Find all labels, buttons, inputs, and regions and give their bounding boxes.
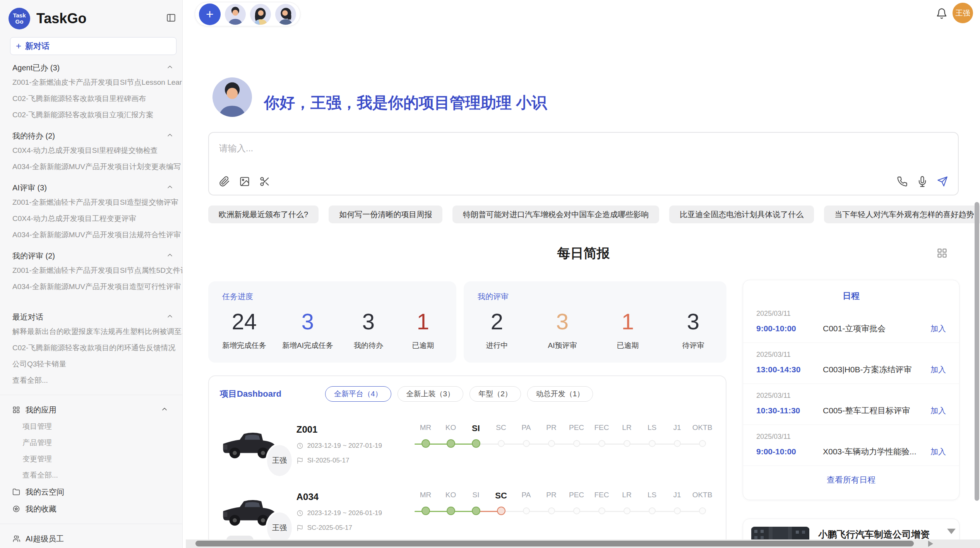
sidebar-item-my-apps[interactable]: 我的应用 [0, 401, 182, 418]
milestone-label: J1 [665, 491, 690, 501]
join-button[interactable]: 加入 [930, 447, 946, 457]
user-avatar[interactable]: 王强 [953, 3, 973, 23]
user-name: 王强 [956, 8, 970, 18]
section-header-my-todo[interactable]: 我的待办 (2) [12, 129, 174, 142]
sidebar-item-project-mgmt[interactable]: 项目管理 [0, 418, 182, 435]
sidebar-item[interactable]: Z001-全新燃油轻卡产品开发项目SI节点属性5D文件评审 [0, 262, 182, 279]
join-button[interactable]: 加入 [930, 324, 946, 334]
view-all-chats[interactable]: 查看全部... [0, 372, 182, 389]
chevron-up-icon[interactable] [166, 312, 174, 322]
sidebar-item[interactable]: Z001-全新燃油轻卡产品开发项目SI造型提交物评审 [0, 194, 182, 211]
star-circle-icon [12, 505, 20, 513]
chat-input[interactable] [219, 140, 838, 157]
assistant-avatar [212, 77, 252, 117]
project-row-z001[interactable]: 王强 Z001 2023-12-19 ~ 2027-01-19 SI-2025-… [220, 423, 715, 474]
schedule-item[interactable]: 2025/03/11 13:00-14:30 C003|H0B-方案冻结评审 加… [743, 343, 959, 384]
stat-pending-review: 3 待评审 [674, 307, 713, 351]
stat-value: 1 [404, 307, 442, 336]
milestone-dot-pending [674, 440, 681, 447]
tab-new-platform[interactable]: 全新平台（4） [325, 386, 391, 402]
microphone-icon[interactable] [917, 176, 928, 188]
scissors-icon[interactable] [259, 176, 270, 188]
horizontal-scrollbar-track[interactable] [186, 539, 980, 548]
sidebar-item[interactable]: C0X4-动力总成开发项目SI里程碑提交物检查 [0, 142, 182, 159]
milestone-dot-done [421, 439, 430, 448]
schedule-time: 9:00-10:00 [756, 447, 823, 456]
sidebar-item[interactable]: A034-全新新能源MUV产品开发项目法规符合性评审 [0, 227, 182, 243]
project-name: A034 [296, 491, 413, 502]
schedule-item[interactable]: 2025/03/11 9:00-10:00 X003-车辆动力学性能验... 加… [743, 425, 959, 466]
join-button[interactable]: 加入 [930, 406, 946, 416]
sidebar-item-product-mgmt[interactable]: 产品管理 [0, 435, 182, 451]
chevron-up-icon[interactable] [166, 131, 174, 140]
notifications-bell-icon[interactable] [936, 8, 947, 21]
milestone-label: MR [413, 491, 438, 501]
attach-icon[interactable] [219, 176, 230, 188]
section-header-recent[interactable]: 最近对话 [12, 310, 174, 324]
collapse-sidebar-icon[interactable] [166, 13, 176, 24]
schedule-item[interactable]: 2025/03/11 9:00-10:00 C001-立项审批会 加入 [743, 302, 959, 343]
scroll-right-arrow-icon[interactable] [928, 541, 933, 547]
stat-label: 待评审 [674, 341, 713, 351]
sidebar-item-cloud-space[interactable]: 我的云空间 [0, 483, 182, 500]
chevron-up-icon[interactable] [166, 251, 174, 260]
project-row-a034[interactable]: 王强 A034 2023-12-19 ~ 2026-01-19 SC-2025-… [220, 491, 715, 541]
agent-avatar-3[interactable] [275, 4, 296, 25]
horizontal-scrollbar-thumb[interactable] [195, 541, 914, 546]
recent-chat-item[interactable]: C02-飞腾新能源轻客改款项目的闭环通告反馈情况 [0, 340, 182, 356]
section-header-agent-done[interactable]: Agent已办 (3) [12, 61, 174, 74]
tab-new-topbody[interactable]: 全新上装（3） [397, 386, 464, 402]
schedule-card: 日程 2025/03/11 9:00-10:00 C001-立项审批会 加入 2… [743, 280, 959, 500]
agent-switcher: + [195, 2, 300, 26]
tab-powertrain-dev[interactable]: 动总开发（1） [527, 386, 593, 402]
sidebar-item[interactable]: C0X4-动力总成开发项目工程变更评审 [0, 211, 182, 227]
folder-icon [12, 488, 20, 496]
recent-chat-item[interactable]: 解释最新出台的欧盟报废车法规再生塑料比例被调至15%... [0, 324, 182, 340]
sidebar-item-favorites[interactable]: 我的收藏 [0, 500, 182, 517]
chevron-up-icon[interactable] [166, 63, 174, 72]
new-chat-button[interactable]: + 新对话 [10, 37, 176, 55]
milestone-label: SI [463, 491, 488, 501]
phone-icon[interactable] [897, 176, 908, 188]
sidebar-item[interactable]: A034-全新新能源MUV产品开发项目造型可行性评审 [0, 279, 182, 295]
milestone-label-current: SC [488, 491, 514, 501]
recent-chat-item[interactable]: 公司Q3轻卡销量 [0, 356, 182, 372]
tab-model-year[interactable]: 年型（2） [469, 386, 521, 402]
schedule-date: 2025/03/11 [756, 392, 946, 400]
vertical-scrollbar[interactable] [975, 202, 979, 501]
apps-grid-icon [12, 406, 20, 414]
section-header-my-review[interactable]: 我的评审 (2) [12, 249, 174, 262]
sidebar-item[interactable]: C02-飞腾新能源轻客改款项目立项汇报方案 [0, 107, 182, 123]
suggestion-chip[interactable]: 欧洲新规最近颁布了什么? [208, 206, 319, 223]
milestone-dot-pending [624, 440, 630, 447]
join-button[interactable]: 加入 [930, 365, 946, 375]
suggestion-chip[interactable]: 如何写一份清晰的项目周报 [329, 206, 442, 223]
suggestion-chip[interactable]: 当下年轻人对汽车外观有怎样的喜好趋势 [824, 206, 980, 223]
section-label: 最近对话 [12, 312, 166, 322]
image-icon[interactable] [239, 176, 250, 188]
schedule-item[interactable]: 2025/03/11 10:30-11:30 C005-整车工程目标评审 加入 [743, 384, 959, 425]
schedule-time: 10:30-11:30 [756, 406, 823, 415]
suggestion-chip[interactable]: 特朗普可能对进口汽车增税会对中国车企造成哪些影响 [452, 206, 659, 223]
sidebar-item[interactable]: Z001-全新燃油皮卡产品开发项目SI节点Lesson Learn报告 [0, 74, 182, 91]
view-all-schedule[interactable]: 查看所有日程 [743, 466, 959, 494]
send-icon[interactable] [937, 176, 948, 188]
ai-staff-label: AI超级员工 [26, 534, 182, 544]
sidebar-item-change-mgmt[interactable]: 变更管理 [0, 451, 182, 467]
view-all-apps[interactable]: 查看全部... [0, 467, 182, 483]
add-agent-button[interactable]: + [199, 3, 221, 25]
agent-avatar-2[interactable] [250, 4, 271, 25]
owner-name: 王强 [272, 523, 287, 533]
section-header-ai-review[interactable]: AI评审 (3) [12, 181, 174, 194]
agent-avatar-1[interactable] [225, 4, 246, 25]
suggestion-chip[interactable]: 比亚迪全固态电池计划具体说了什么 [669, 206, 814, 223]
sidebar-item[interactable]: C02-飞腾新能源轻客改款项目里程碑画布 [0, 91, 182, 107]
layout-grid-icon[interactable] [937, 248, 947, 260]
scroll-down-arrow-icon[interactable] [947, 529, 956, 534]
sidebar-item-ai-staff[interactable]: AI超级员工 [0, 530, 182, 547]
new-chat-label: 新对话 [25, 41, 50, 51]
stat-label: 我的待办 [349, 341, 388, 351]
chevron-up-icon[interactable] [166, 183, 174, 192]
sidebar-item[interactable]: A034-全新新能源MUV产品开发项目计划变更表编写 [0, 159, 182, 175]
chevron-up-icon[interactable] [161, 405, 174, 414]
